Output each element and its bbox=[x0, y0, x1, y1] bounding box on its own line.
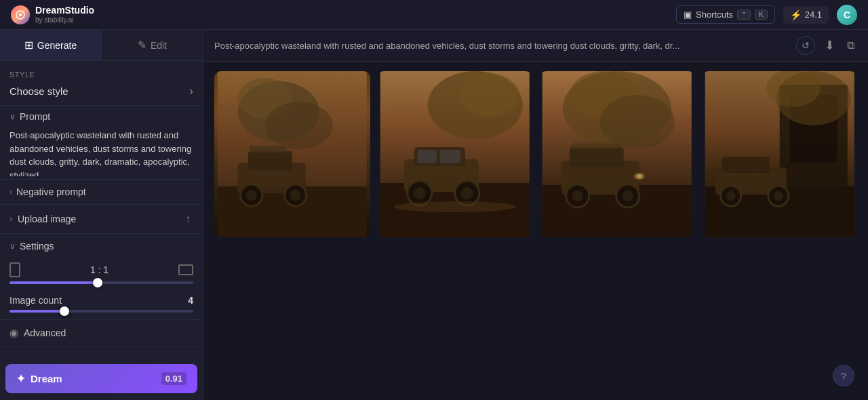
svg-point-26 bbox=[393, 201, 515, 212]
chevron-down-icon2: ∨ bbox=[9, 241, 16, 251]
svg-rect-49 bbox=[722, 157, 769, 173]
help-button[interactable]: ? bbox=[833, 365, 854, 386]
image-toolbar: ↺ ⬇ ⧉ bbox=[796, 35, 857, 56]
advanced-header[interactable]: ◉ Advanced bbox=[0, 320, 203, 346]
svg-rect-25 bbox=[439, 150, 460, 163]
svg-point-35 bbox=[572, 191, 583, 201]
upload-image-label: Upload image bbox=[18, 214, 76, 224]
refresh-button[interactable]: ↺ bbox=[796, 36, 815, 55]
credits-badge: ⚡ 24.1 bbox=[783, 6, 829, 24]
svg-point-51 bbox=[726, 191, 735, 201]
topbar-right: ▣ Shortcuts ⌃ K ⚡ 24.1 C bbox=[676, 5, 857, 25]
images-grid bbox=[203, 62, 868, 400]
mode-tabs: ⊞ Generate ✎ Edit bbox=[0, 30, 203, 61]
image-scene-3 bbox=[539, 71, 695, 237]
dream-sparkle-icon: ✦ bbox=[16, 372, 25, 385]
chevron-down-icon: ∨ bbox=[9, 112, 16, 121]
svg-point-12 bbox=[290, 190, 301, 201]
svg-rect-8 bbox=[248, 151, 292, 170]
image-card-1[interactable] bbox=[214, 71, 370, 237]
image-topbar: Post-apocalyptic wasteland with rusted a… bbox=[203, 30, 868, 62]
negative-prompt-section: › Negative prompt bbox=[0, 180, 203, 205]
pencil-icon: ✎ bbox=[138, 39, 146, 52]
settings-section: ∨ Settings 1 : 1 Image count 4 bbox=[0, 234, 203, 320]
aspect-slider-track-bg bbox=[9, 281, 193, 284]
dream-button-left: ✦ Dream bbox=[16, 372, 62, 385]
svg-rect-24 bbox=[417, 150, 436, 163]
aspect-slider-thumb[interactable] bbox=[93, 278, 102, 287]
svg-point-23 bbox=[460, 187, 473, 199]
dream-label: Dream bbox=[31, 373, 62, 384]
app-title: DreamStudio bbox=[35, 5, 94, 16]
shortcuts-button[interactable]: ▣ Shortcuts ⌃ K bbox=[676, 5, 775, 24]
image-card-4[interactable] bbox=[702, 71, 858, 237]
dream-button[interactable]: ✦ Dream 0.91 bbox=[5, 364, 197, 393]
generate-tab[interactable]: ⊞ Generate bbox=[0, 30, 102, 60]
kbd-ctrl: ⌃ bbox=[737, 9, 751, 20]
dream-credit-value: 0.91 bbox=[161, 372, 186, 385]
edit-tab[interactable]: ✎ Edit bbox=[102, 30, 203, 60]
aspect-landscape-icon bbox=[178, 264, 193, 275]
upload-image-section: › Upload image ↑ bbox=[0, 205, 203, 234]
style-section: Style Choose style › bbox=[0, 61, 203, 106]
svg-point-10 bbox=[246, 190, 257, 201]
grid-icon: ⊞ bbox=[24, 39, 33, 52]
prompt-textarea[interactable]: Post-apocalyptic wasteland with rusted a… bbox=[0, 127, 203, 176]
lightning-icon: ⚡ bbox=[790, 9, 802, 20]
image-count-slider-track-bg bbox=[9, 310, 193, 313]
main-content: Post-apocalyptic wasteland with rusted a… bbox=[203, 30, 868, 400]
aspect-ratio-row: 1 : 1 bbox=[0, 258, 203, 280]
image-scene-4 bbox=[702, 71, 858, 237]
choose-style-button[interactable]: Choose style › bbox=[0, 81, 203, 101]
svg-rect-39 bbox=[574, 142, 617, 146]
image-count-row: Image count 4 bbox=[0, 291, 203, 308]
svg-point-1 bbox=[19, 14, 22, 16]
aspect-ratio-value: 1 : 1 bbox=[90, 264, 108, 275]
avatar[interactable]: C bbox=[837, 5, 857, 25]
sidebar: ⊞ Generate ✎ Edit Style Choose style › ∨… bbox=[0, 30, 203, 400]
svg-rect-13 bbox=[250, 146, 287, 153]
prompt-header[interactable]: ∨ Prompt bbox=[0, 106, 203, 127]
image-scene-2 bbox=[377, 71, 533, 237]
image-count-value: 4 bbox=[188, 295, 193, 306]
logo-area: DreamStudio by stability.ai bbox=[11, 5, 94, 24]
prompt-section: ∨ Prompt Post-apocalyptic wasteland with… bbox=[0, 106, 203, 180]
prompt-label: Prompt bbox=[20, 111, 50, 122]
svg-rect-33 bbox=[570, 147, 624, 167]
eye-icon: ◉ bbox=[9, 327, 18, 339]
style-label: Style bbox=[9, 71, 35, 79]
image-scene-1 bbox=[214, 71, 370, 237]
monitor-icon: ▣ bbox=[684, 9, 692, 20]
chevron-right-icon: › bbox=[189, 84, 193, 98]
logo-icon bbox=[11, 5, 30, 24]
negative-prompt-header[interactable]: › Negative prompt bbox=[0, 180, 203, 204]
image-card-3[interactable] bbox=[539, 71, 695, 237]
image-count-label: Image count bbox=[9, 295, 62, 306]
shortcuts-label: Shortcuts bbox=[696, 9, 733, 20]
svg-point-21 bbox=[413, 187, 425, 199]
settings-header[interactable]: ∨ Settings bbox=[0, 234, 203, 258]
upload-share-button[interactable]: ↑ bbox=[182, 212, 193, 226]
image-count-slider-fill bbox=[9, 310, 64, 313]
download-button[interactable]: ⬇ bbox=[822, 35, 837, 56]
svg-point-5 bbox=[265, 102, 333, 149]
app-subtitle: by stability.ai bbox=[35, 16, 94, 24]
credits-value: 24.1 bbox=[805, 9, 822, 20]
advanced-section: ◉ Advanced bbox=[0, 320, 203, 346]
svg-point-37 bbox=[623, 191, 633, 201]
advanced-label: Advanced bbox=[24, 327, 66, 338]
copy-button[interactable]: ⧉ bbox=[844, 37, 857, 54]
svg-point-53 bbox=[773, 191, 783, 201]
kbd-k: K bbox=[755, 9, 768, 20]
image-count-slider-thumb[interactable] bbox=[60, 306, 69, 316]
negative-prompt-label: Negative prompt bbox=[16, 186, 86, 197]
settings-label: Settings bbox=[20, 241, 54, 252]
svg-point-41 bbox=[637, 174, 642, 178]
chevron-right-icon2: › bbox=[9, 187, 12, 197]
svg-point-16 bbox=[458, 73, 519, 117]
image-card-2[interactable] bbox=[377, 71, 533, 237]
image-count-slider-container bbox=[0, 308, 203, 319]
chevron-right-icon3: › bbox=[9, 214, 12, 224]
prompt-display: Post-apocalyptic wasteland with rusted a… bbox=[214, 41, 770, 51]
aspect-slider-fill bbox=[9, 281, 98, 284]
